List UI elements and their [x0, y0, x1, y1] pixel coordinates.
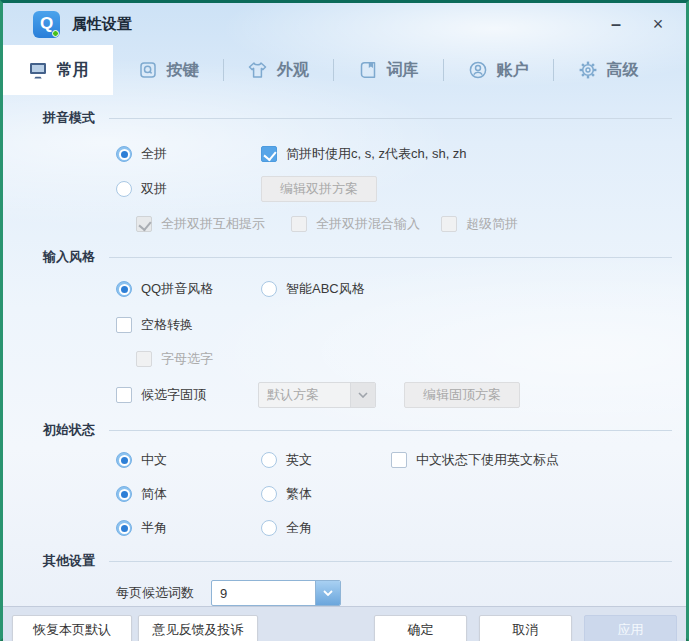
window-title: 属性设置	[72, 15, 132, 34]
tab-general[interactable]: 常用	[3, 45, 113, 95]
radio-quanpin[interactable]: 全拼	[116, 145, 261, 163]
dictionary-icon	[358, 60, 378, 80]
tshirt-icon	[247, 60, 268, 80]
tab-account[interactable]: 账户	[443, 45, 553, 95]
chevron-down-icon[interactable]	[315, 581, 340, 605]
restore-defaults-button[interactable]: 恢复本页默认	[12, 615, 132, 641]
checkbox-letter-select: 字母选字	[136, 350, 213, 368]
section-divider	[109, 561, 672, 562]
checkbox-jianpin-csz-label: 简拼时使用c, s, z代表ch, sh, zh	[286, 145, 467, 163]
checkbox-letter-select-control	[136, 351, 152, 367]
checkbox-super-jianpin: 超级简拼	[441, 215, 518, 233]
radio-simplified[interactable]: 简体	[116, 485, 261, 503]
checkbox-mutual-hint: 全拼双拼互相提示	[136, 215, 291, 233]
radio-simplified-control[interactable]	[116, 486, 132, 502]
radio-full-width-label: 全角	[286, 519, 312, 537]
radio-abc-style[interactable]: 智能ABC风格	[261, 280, 365, 298]
radio-full-width[interactable]: 全角	[261, 519, 312, 537]
keypress-icon	[138, 60, 158, 80]
tab-label: 词库	[387, 60, 419, 81]
checkbox-candidate-pin[interactable]: 候选字固顶	[116, 386, 258, 404]
checkbox-candidate-pin-label: 候选字固顶	[141, 386, 206, 404]
window-controls: – ×	[602, 11, 672, 37]
checkbox-letter-select-label: 字母选字	[161, 350, 213, 368]
feedback-button[interactable]: 意见反馈及投诉	[138, 615, 258, 641]
radio-shuangpin-label: 双拼	[141, 180, 167, 198]
pin-scheme-dropdown[interactable]: 默认方案	[258, 382, 376, 408]
section-initial-state: 初始状态	[3, 421, 686, 439]
radio-shuangpin-control[interactable]	[116, 181, 132, 197]
candidates-per-page-dropdown[interactable]: 9	[211, 580, 341, 606]
section-other: 其他设置	[3, 552, 686, 570]
checkbox-english-punct[interactable]: 中文状态下使用英文标点	[391, 451, 559, 469]
radio-english[interactable]: 英文	[261, 451, 391, 469]
app-logo-status-dot	[52, 30, 59, 37]
minimize-button[interactable]: –	[602, 11, 630, 37]
radio-english-label: 英文	[286, 451, 312, 469]
tab-advanced[interactable]: 高级	[553, 45, 663, 95]
tab-label: 按键	[167, 60, 199, 81]
section-pinyin-mode: 拼音模式	[3, 109, 686, 127]
radio-shuangpin[interactable]: 双拼	[116, 180, 261, 198]
radio-abc-style-control[interactable]	[261, 281, 277, 297]
radio-half-width[interactable]: 半角	[116, 519, 261, 537]
checkbox-super-jianpin-label: 超级简拼	[466, 215, 518, 233]
checkbox-mutual-hint-control	[136, 216, 152, 232]
checkbox-space-convert-control[interactable]	[116, 317, 132, 333]
tab-label: 账户	[497, 60, 529, 81]
checkbox-super-jianpin-control	[441, 216, 457, 232]
dialog-footer: 恢复本页默认 意见反馈及投诉 确定 取消 应用	[3, 606, 686, 641]
monitor-icon	[28, 60, 48, 80]
tab-label: 外观	[277, 60, 309, 81]
checkbox-english-punct-control[interactable]	[391, 452, 407, 468]
radio-qq-style-control[interactable]	[116, 281, 132, 297]
general-settings-panel: 拼音模式 全拼 简拼时使用c, s, z代表ch, sh, zh 双拼 编辑双拼…	[3, 95, 686, 606]
pin-scheme-value: 默认方案	[259, 383, 350, 407]
radio-traditional-label: 繁体	[286, 485, 312, 503]
candidates-per-page-value: 9	[212, 581, 315, 605]
chevron-down-icon[interactable]	[350, 383, 375, 407]
gear-icon	[578, 60, 598, 80]
radio-half-width-label: 半角	[141, 519, 167, 537]
radio-qq-style-label: QQ拼音风格	[141, 280, 213, 298]
radio-traditional-control[interactable]	[261, 486, 277, 502]
radio-chinese-control[interactable]	[116, 452, 132, 468]
checkbox-mixed-input-control	[291, 216, 307, 232]
radio-qq-style[interactable]: QQ拼音风格	[116, 280, 261, 298]
checkbox-space-convert[interactable]: 空格转换	[116, 316, 193, 334]
checkbox-mixed-input-label: 全拼双拼混合输入	[316, 215, 420, 233]
ok-button[interactable]: 确定	[374, 615, 467, 641]
tab-label: 常用	[57, 60, 89, 81]
radio-traditional[interactable]: 繁体	[261, 485, 312, 503]
app-logo-letter: Q	[40, 14, 53, 34]
cancel-button[interactable]: 取消	[479, 615, 572, 641]
checkbox-english-punct-label: 中文状态下使用英文标点	[416, 451, 559, 469]
checkbox-jianpin-csz[interactable]: 简拼时使用c, s, z代表ch, sh, zh	[261, 145, 467, 163]
radio-quanpin-label: 全拼	[141, 145, 167, 163]
radio-chinese-label: 中文	[141, 451, 167, 469]
section-input-style: 输入风格	[3, 248, 686, 266]
radio-quanpin-control[interactable]	[116, 146, 132, 162]
edit-shuangpin-button[interactable]: 编辑双拼方案	[261, 176, 377, 202]
tab-label: 高级	[607, 60, 639, 81]
tab-keys[interactable]: 按键	[113, 45, 223, 95]
radio-chinese[interactable]: 中文	[116, 451, 261, 469]
section-divider	[109, 118, 672, 119]
candidates-per-page-label: 每页候选词数	[116, 584, 211, 602]
tab-dictionary[interactable]: 词库	[333, 45, 443, 95]
close-button[interactable]: ×	[644, 11, 672, 37]
radio-half-width-control[interactable]	[116, 520, 132, 536]
radio-english-control[interactable]	[261, 452, 277, 468]
checkbox-space-convert-label: 空格转换	[141, 316, 193, 334]
app-logo-icon: Q	[33, 11, 60, 38]
edit-pin-scheme-button[interactable]: 编辑固顶方案	[404, 382, 520, 408]
checkbox-jianpin-csz-control[interactable]	[261, 146, 277, 162]
tab-appearance[interactable]: 外观	[223, 45, 333, 95]
apply-button[interactable]: 应用	[584, 615, 677, 641]
section-title: 拼音模式	[43, 109, 95, 127]
checkbox-candidate-pin-control[interactable]	[116, 387, 132, 403]
radio-abc-style-label: 智能ABC风格	[286, 280, 365, 298]
radio-full-width-control[interactable]	[261, 520, 277, 536]
title-bar: Q 属性设置 – ×	[3, 3, 686, 45]
settings-tabbar: 常用 按键 外观	[3, 45, 686, 95]
